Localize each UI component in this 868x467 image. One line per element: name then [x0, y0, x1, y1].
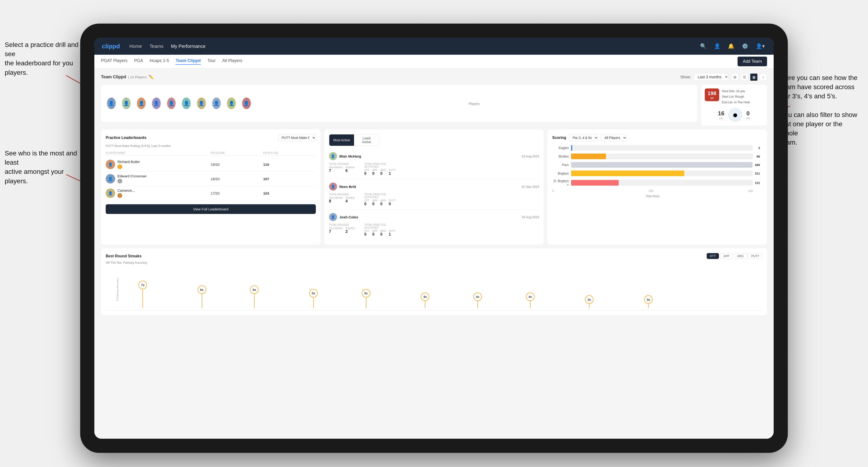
annotation-top-right-text: Here you can see how the team have score…	[781, 74, 857, 146]
annotation-bottom-left: See who is the most and least active amo…	[5, 149, 80, 186]
streak-filter-app[interactable]: APP	[720, 253, 733, 259]
act-stats-3: Total Rounds Tournament 7 Practice 2	[329, 223, 539, 237]
chart-y-label: % Fairway Accuracy	[116, 278, 119, 301]
streak-line-3	[254, 294, 254, 308]
bar-row-bogeys: Bogeys 311	[552, 170, 753, 176]
player-avatar-4[interactable]: 👤	[152, 97, 161, 110]
sec-nav-tour[interactable]: Tour	[207, 58, 216, 65]
settings-icon[interactable]: ⚙️	[740, 42, 750, 51]
streak-dot-circle-5: 5x	[362, 289, 370, 298]
par-filter-select[interactable]: Par 3, 4 & 5s Par 3s Par 4s Par 5s	[569, 134, 598, 141]
player-avatar-1[interactable]: 👤	[106, 97, 116, 110]
nav-item-home[interactable]: Home	[129, 44, 142, 49]
player-avatar-9[interactable]: 👤	[227, 97, 236, 110]
lb-player-details-3: Cameron... 3	[118, 188, 135, 198]
bar-row-birdies: Birdies 96	[552, 154, 753, 159]
player-avatar-6[interactable]: 👤	[182, 97, 191, 110]
act-stats-2: Total Rounds Tournament 8 Practice 4	[329, 193, 539, 206]
streaks-title: Best Round Streaks	[106, 254, 142, 258]
player-avatar-7[interactable]: 👤	[197, 97, 206, 110]
view-sort-icon[interactable]: ↕	[760, 73, 767, 81]
shot-yardages: 16 yds ⬤ 0 yds	[705, 108, 763, 122]
streaks-card: Best Round Streaks OTT APP ARG PUTT Off …	[101, 248, 767, 315]
streak-dot-circle-9: 3x	[585, 295, 593, 304]
act-practice-activities-1: Total Practice Activities OTT 0 APP 0	[364, 162, 398, 176]
search-icon[interactable]: 🔍	[699, 42, 708, 51]
lb-avatar-2: 👤	[106, 174, 115, 184]
streak-dot-circle-4: 5x	[309, 289, 318, 298]
act-player-info-1: 👤 Blair McHarg	[329, 152, 361, 160]
lb-col-score: PB SCORE	[211, 151, 263, 154]
three-column-section: Practice Leaderboards PUTT Must Make Put…	[101, 129, 767, 245]
leaderboard-header: Practice Leaderboards PUTT Must Make Put…	[106, 134, 316, 141]
nav-item-my-performance[interactable]: My Performance	[171, 44, 206, 49]
sec-nav-hcaps[interactable]: Hcaps 1-5	[150, 58, 169, 65]
lb-player-row-1[interactable]: 👤 Richard Butler 1 19/20 110	[106, 157, 316, 172]
act-avatar-2: 👤	[329, 183, 337, 191]
player-avatar-8[interactable]: 👤	[212, 97, 221, 110]
view-grid-icon[interactable]: ⊞	[731, 73, 739, 81]
streak-dot-4: 5x	[309, 289, 318, 308]
players-filter-select[interactable]: All Players	[601, 134, 627, 141]
most-active-toggle[interactable]: Most Active	[329, 134, 354, 146]
lb-player-row-3[interactable]: 👤 Cameron... 3 17/20 103	[106, 186, 316, 200]
lb-avg-3: 103	[263, 191, 316, 195]
bell-icon[interactable]: 🔔	[726, 42, 736, 51]
drill-select[interactable]: PUTT Must Make Putting...	[278, 134, 316, 141]
tablet-frame: clippd Home Teams My Performance 🔍 👤 🔔 ⚙…	[80, 24, 788, 453]
add-team-button[interactable]: Add Team	[738, 57, 767, 66]
lb-col-avg: PB AVG SQ	[263, 151, 316, 154]
lb-player-info-3: 👤 Cameron... 3	[106, 188, 211, 198]
chart-axis-400: 400	[748, 189, 753, 193]
streak-dot-6: 4x	[421, 292, 429, 308]
least-active-toggle[interactable]: Least Active	[354, 134, 379, 146]
shot-circle: ⬤	[728, 108, 742, 122]
leaderboard-card: Practice Leaderboards PUTT Must Make Put…	[101, 129, 320, 245]
sec-nav-all-players[interactable]: All Players	[222, 58, 242, 65]
show-select[interactable]: Last 3 months Last 6 months Last year	[694, 73, 728, 81]
act-total-rounds-3: Total Rounds Tournament 7 Practice 2	[329, 223, 363, 237]
streak-filter-ott[interactable]: OTT	[707, 253, 719, 259]
streak-filter-arg[interactable]: ARG	[734, 253, 747, 259]
annotation-top-left-text: Select a practice drill and see the lead…	[5, 41, 79, 76]
bar-label-bogeys: Bogeys	[552, 172, 569, 175]
act-practice-activities-2: Total Practice Activities OTT 0 APP 0	[364, 193, 398, 206]
streaks-subtitle: Off The Tee, Fairway Accuracy	[106, 261, 762, 264]
streak-filter-putt[interactable]: PUTT	[748, 253, 762, 259]
person-icon[interactable]: 👤	[713, 42, 722, 51]
view-list-icon[interactable]: ☰	[741, 73, 748, 81]
player-avatar-5[interactable]: 👤	[167, 97, 176, 110]
view-full-leaderboard-button[interactable]: View Full Leaderboard	[106, 204, 316, 214]
shot-dist: Shot Dist: 16 yds	[722, 88, 750, 94]
view-table-icon[interactable]: ▦	[750, 73, 757, 81]
lb-avg-2: 107	[263, 177, 316, 181]
act-date-1: 26 Aug 2023	[522, 154, 539, 158]
sec-nav-pga[interactable]: PGA	[134, 58, 143, 65]
bar-fill-dbogeys	[571, 180, 619, 186]
team-header: Team Clippd | 14 Players ✏️ Show: Last 3…	[101, 73, 767, 81]
bar-track-eagles: 3	[571, 145, 753, 151]
activity-player-3: 👤 Josh Coles 26 Aug 2023 Total Rounds To…	[329, 210, 539, 240]
player-avatar-2[interactable]: 👤	[122, 97, 131, 110]
sec-nav-pgat[interactable]: PGAT Players	[101, 58, 127, 65]
act-total-rounds-1: Total Rounds Tournament 7 Practice 6	[329, 162, 363, 176]
nav-item-teams[interactable]: Teams	[150, 44, 163, 49]
edit-team-icon[interactable]: ✏️	[149, 74, 154, 80]
lb-badge-2: 2	[118, 179, 122, 184]
activity-header: Most Active Least Active	[329, 134, 539, 146]
main-content: Team Clippd | 14 Players ✏️ Show: Last 3…	[94, 68, 774, 439]
streak-line-7	[477, 301, 478, 308]
activity-player-1: 👤 Blair McHarg 26 Aug 2023 Total Rounds …	[329, 149, 539, 179]
act-date-3: 26 Aug 2023	[522, 215, 539, 219]
act-avatar-3: 👤	[329, 213, 337, 221]
player-avatar-3[interactable]: 👤	[136, 97, 146, 110]
player-avatar-10[interactable]: 👤	[242, 97, 251, 110]
drill-subtitle: PUTT Must Make Putting (3-6 ft), Last 3 …	[106, 144, 316, 148]
lb-player-details-2: Edward Crossman 2	[118, 174, 147, 184]
profile-icon[interactable]: 👤▾	[754, 42, 766, 51]
lb-player-name-2: Edward Crossman	[118, 174, 147, 178]
streak-line-8	[530, 301, 530, 308]
act-player-header-2: 👤 Rees Britt 02 Sep 2023	[329, 183, 539, 191]
sec-nav-team-clippd[interactable]: Team Clippd	[176, 58, 201, 65]
lb-player-row-2[interactable]: 👤 Edward Crossman 2 18/20 107	[106, 172, 316, 186]
